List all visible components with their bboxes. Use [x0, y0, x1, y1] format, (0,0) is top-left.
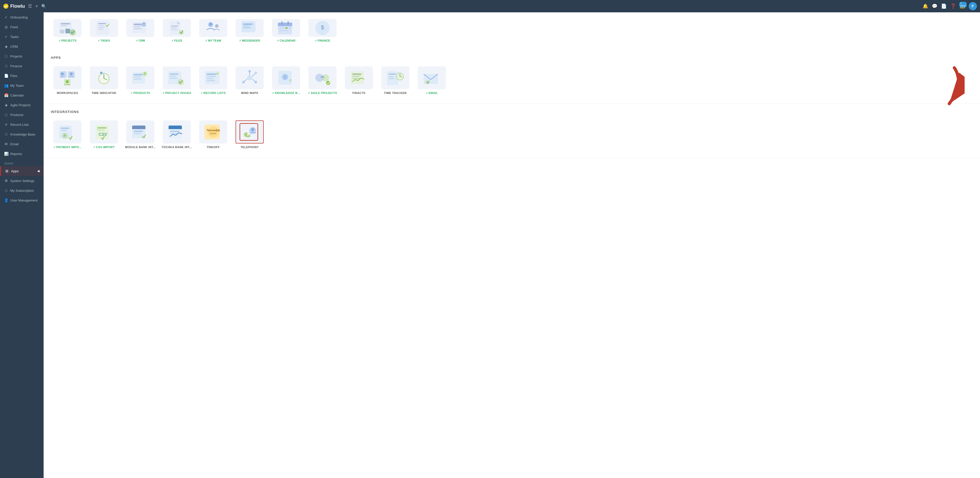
onboarding-icon: ✓ — [4, 15, 8, 19]
top-navigation: Flowlu ☰ + 🔍 🔔 💬 📄 ❓ 🔔 1 NEW F — [0, 0, 980, 12]
app-card-workspaces[interactable]: WORKSPACES — [51, 64, 84, 97]
svg-text:Тинькофф: Тинькофф — [207, 129, 220, 132]
feature-card-tasks[interactable]: ✓TASKS — [87, 17, 121, 45]
sidebar-item-onboarding[interactable]: ✓ Onboarding — [0, 12, 44, 22]
notification-bell[interactable]: 🔔 — [923, 3, 928, 9]
svg-rect-11 — [98, 29, 103, 30]
feature-card-img-files — [163, 19, 191, 37]
feature-card-label-messenger: ✓MESSENGER — [239, 39, 260, 42]
sidebar-item-system-settings[interactable]: ⚙ System Settings — [0, 176, 44, 186]
sidebar-item-projects[interactable]: □ Projects — [0, 51, 44, 61]
sidebar-item-finance[interactable]: □ Finance — [0, 61, 44, 71]
feature-card-messenger[interactable]: ✓MESSENGER — [233, 17, 266, 45]
svg-rect-21 — [171, 29, 178, 30]
feature-card-img-tasks — [90, 19, 118, 37]
app-card-label-payment-import: ✓PAYMENT IMPO... — [53, 145, 81, 149]
feature-card-files[interactable]: ✓FILES — [160, 17, 193, 45]
app-card-img-record-lists: ✓ — [199, 66, 227, 89]
app-card-email[interactable]: ✓EMAIL — [415, 64, 449, 97]
sidebar-item-my-team[interactable]: 👥 My Team — [0, 81, 44, 90]
add-button[interactable]: + — [35, 3, 38, 9]
topnav-icons: 🔔 💬 📄 ❓ 🔔 1 NEW F — [923, 2, 977, 10]
svg-rect-93 — [352, 78, 360, 79]
sidebar-item-crm[interactable]: ◈ CRM — [0, 41, 44, 51]
app-card-agile-projects[interactable]: ✓AGILE PROJECTS — [306, 64, 339, 97]
sidebar-item-agile-projects[interactable]: ◈ Agile Projects — [0, 100, 44, 110]
svg-rect-71 — [207, 80, 215, 81]
feature-card-my-team[interactable]: ✓MY TEAM — [197, 17, 230, 45]
svg-rect-3 — [61, 25, 67, 26]
app-card-record-lists[interactable]: ✓ ✓RECORD LISTS — [197, 64, 230, 97]
menu-icon[interactable]: ☰ — [28, 3, 32, 9]
app-card-tinkoff[interactable]: ТинькоффБАНК TINKOFF — [197, 118, 230, 151]
app-card-telephony[interactable]: TELEPHONY — [233, 118, 266, 151]
app-card-tochka-bank[interactable]: TOCHKA BANK INT... — [160, 118, 193, 151]
svg-point-88 — [322, 74, 329, 81]
feed-icon: ◎ — [4, 25, 8, 29]
sidebar: ✓ Onboarding ◎ Feed ✓ Tasks ◈ CRM □ Proj… — [0, 12, 44, 478]
svg-rect-117 — [134, 133, 141, 134]
app-card-img-tinkoff: ТинькоффБАНК — [199, 120, 227, 143]
user-avatar[interactable]: F — [969, 2, 977, 10]
sidebar-item-tasks[interactable]: ✓ Tasks — [0, 32, 44, 41]
files-button[interactable]: 📄 — [941, 3, 947, 9]
svg-rect-63 — [170, 73, 178, 75]
svg-rect-58 — [134, 76, 141, 78]
app-card-img-finacts — [345, 66, 373, 89]
svg-text:i: i — [285, 75, 285, 79]
svg-text:CSV: CSV — [99, 132, 107, 137]
svg-rect-42 — [286, 30, 288, 31]
feature-card-crm[interactable]: ✓CRM — [124, 17, 157, 45]
email-icon: ✉ — [4, 142, 8, 146]
sidebar-item-record-lists[interactable]: ≡ Record Lists — [0, 120, 44, 129]
app-card-products[interactable]: P ✓PRODUCTS — [124, 64, 157, 97]
sidebar-item-feed[interactable]: ◎ Feed — [0, 22, 44, 32]
svg-rect-39 — [289, 27, 291, 29]
app-card-csv-import[interactable]: CSV ✓CSV-IMPORT — [87, 118, 121, 151]
feature-card-img-messenger — [235, 19, 264, 37]
feature-card-calendar[interactable]: ✓CALENDAR — [269, 17, 303, 45]
sidebar-item-products[interactable]: □ Products — [0, 110, 44, 120]
app-card-payment-import[interactable]: P ✓PAYMENT IMPO... — [51, 118, 84, 151]
messages-button[interactable]: 💬 — [932, 3, 937, 9]
app-card-label-email: ✓EMAIL — [426, 91, 438, 95]
app-card-project-issues[interactable]: ✓PROJECT ISSUES — [160, 64, 193, 97]
sidebar-item-my-subscription[interactable]: □ My Subscription — [0, 186, 44, 195]
feature-card-label-tasks: ✓TASKS — [98, 39, 110, 42]
svg-rect-64 — [170, 76, 176, 77]
svg-rect-105 — [61, 127, 69, 129]
sidebar-item-knowledge-base[interactable]: □ Knowledge Base — [0, 129, 44, 139]
svg-point-24 — [209, 22, 212, 25]
search-button[interactable]: 🔍 — [41, 4, 46, 9]
svg-rect-121 — [170, 131, 179, 132]
svg-rect-110 — [97, 127, 107, 129]
notifications-new[interactable]: 🔔 1 NEW — [959, 3, 965, 9]
app-card-time-indicator[interactable]: TIME INDICATOR — [87, 64, 121, 97]
app-card-knowledge-base[interactable]: i ✓KNOWLEDGE B... — [269, 64, 303, 97]
apps-icon: ⊞ — [5, 169, 9, 173]
sidebar-item-user-management[interactable]: 👤 User Management — [0, 195, 44, 205]
svg-rect-97 — [389, 78, 395, 79]
svg-rect-29 — [243, 25, 250, 26]
app-card-time-tracker[interactable]: TIME TRACKER — [379, 64, 412, 97]
sidebar-item-reports[interactable]: 📊 Reports — [0, 149, 44, 159]
my-team-icon: 👥 — [4, 83, 8, 88]
svg-rect-57 — [134, 74, 143, 75]
app-card-finacts[interactable]: FINACTS — [342, 64, 375, 97]
feature-card-projects[interactable]: ✓PROJECTS — [51, 17, 84, 45]
sidebar-item-calendar[interactable]: 📅 Calendar — [0, 90, 44, 100]
svg-point-129 — [251, 128, 255, 131]
sidebar-arrow: ◀ — [37, 169, 40, 173]
sidebar-item-apps[interactable]: ⊞ Apps ◀ — [0, 166, 44, 176]
app-card-mind-maps[interactable]: MIND MAPS — [233, 64, 266, 97]
help-button[interactable]: ❓ — [950, 3, 956, 9]
calendar-icon: 📅 — [4, 93, 8, 97]
feature-card-finance[interactable]: $ ✓FINANCE — [306, 17, 339, 45]
app-logo[interactable]: Flowlu — [3, 3, 25, 9]
feature-card-label-files: ✓FILES — [171, 39, 182, 42]
sidebar-item-files[interactable]: 📄 Files — [0, 71, 44, 81]
app-card-module-bank[interactable]: MODULE BANK INT... — [124, 118, 157, 151]
app-card-label-time-indicator: TIME INDICATOR — [92, 91, 116, 94]
sidebar-item-email[interactable]: ✉ Email — [0, 139, 44, 149]
record-lists-icon: ≡ — [4, 123, 8, 127]
